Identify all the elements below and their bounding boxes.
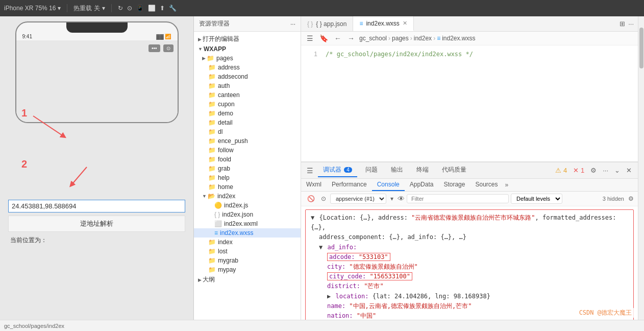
- preview-icon: ⬜: [148, 5, 156, 12]
- collapse-icon[interactable]: ⌄: [612, 166, 622, 175]
- folder-icon: 📁: [208, 73, 216, 80]
- expand-icon[interactable]: ▼: [311, 214, 314, 221]
- eye-icon[interactable]: 👁: [398, 195, 405, 203]
- tab-debugger[interactable]: 调试器 4: [318, 163, 357, 177]
- settings-icon[interactable]: ⚙: [588, 166, 599, 175]
- coord-input[interactable]: [8, 200, 185, 212]
- more-actions-icon[interactable]: ···: [628, 20, 634, 28]
- close-icon[interactable]: ✕: [624, 166, 634, 175]
- console-line-address-component: address_component: {…}, ad_info: {…}, …}: [311, 232, 628, 242]
- tab-wxml[interactable]: Wxml: [301, 179, 327, 191]
- block-icon[interactable]: ⊙: [319, 194, 328, 203]
- sidebar-item-canteen[interactable]: 📁 canteen: [194, 90, 301, 100]
- breadcrumb-ind2ex[interactable]: ind2ex: [414, 35, 432, 42]
- breadcrumb-pages[interactable]: pages: [392, 35, 409, 42]
- current-location-label: 当前位置为：: [8, 236, 185, 245]
- sidebar-item-detail[interactable]: 📁 detail: [194, 118, 301, 127]
- sidebar-item-dl[interactable]: 📁 dl: [194, 127, 301, 136]
- tab-console[interactable]: Console: [372, 179, 405, 191]
- phone-status-bar: 9:41 ▓▓ 📶: [16, 33, 178, 40]
- more-tabs-icon[interactable]: »: [503, 179, 511, 191]
- sidebar-item-mypay[interactable]: 📁 mypay: [194, 265, 301, 274]
- breadcrumb-ind2ex-wxss[interactable]: ind2ex.wxss: [442, 35, 475, 42]
- sidebar-item-auth[interactable]: 📁 auth: [194, 81, 301, 90]
- expand-icon[interactable]: ▼: [319, 244, 323, 251]
- sidebar-item-grab[interactable]: 📁 grab: [194, 164, 301, 173]
- console-line-location-obj: ▶ location: {lat: 24.104286, lng: 98.168…: [311, 292, 628, 301]
- preview-btn[interactable]: ⬜: [148, 5, 156, 12]
- js-file-icon: 🟡: [214, 202, 222, 209]
- chevron-right-icon: ▶: [202, 56, 206, 61]
- sidebar-item-outline[interactable]: ▶ 大纲: [194, 274, 301, 285]
- right-scrollbar[interactable]: [638, 16, 644, 320]
- camera-icon[interactable]: ⊙: [163, 44, 174, 52]
- bookmark-icon[interactable]: 🔖: [318, 34, 330, 43]
- breadcrumb-gc-school[interactable]: gc_school: [359, 35, 387, 42]
- sidebar-item-home[interactable]: 📁 home: [194, 182, 301, 192]
- sidebar-item-help[interactable]: 📁 help: [194, 173, 301, 182]
- compile-btn[interactable]: ↻: [118, 5, 123, 12]
- stop-btn[interactable]: ⊙: [127, 5, 132, 12]
- chevron-down-icon[interactable]: ▾: [58, 5, 61, 12]
- filter-input[interactable]: [407, 194, 509, 203]
- forward-icon[interactable]: →: [346, 34, 356, 43]
- folder-icon: 📁: [208, 257, 216, 264]
- sidebar-item-index[interactable]: 📁 index: [194, 238, 301, 247]
- sidebar-item-mygrab[interactable]: 📁 mygrab: [194, 256, 301, 265]
- sidebar-item-open-editors[interactable]: ▶ 打开的编辑器: [194, 34, 301, 44]
- tab-appdata[interactable]: AppData: [405, 179, 439, 191]
- tab-output[interactable]: 输出: [386, 163, 408, 177]
- console-box: ▼ {Location: {…}, address: "云南省德宏傣族景颇族自治…: [305, 209, 634, 320]
- phone-map-area: ••• ⊙: [16, 40, 178, 122]
- tab-code-quality[interactable]: 代码质量: [437, 163, 472, 177]
- top-toolbar: iPhone XR 75% 16 ▾ 热重载 关 ▾ ↻ ⊙ 📱 ⬜ ⬆ 🔧: [0, 0, 644, 16]
- tab-issues-label: 问题: [365, 166, 378, 173]
- sidebar-item-ind2ex-wxss[interactable]: ≡ ind2ex.wxss: [194, 228, 301, 238]
- sidebar-item-lost[interactable]: 📁 lost: [194, 247, 301, 256]
- tab-wxml-label: Wxml: [306, 181, 321, 188]
- sidebar-item-follow[interactable]: 📁 follow: [194, 146, 301, 155]
- sidebar-item-ind2ex-js[interactable]: 🟡 ind2ex.js: [194, 201, 301, 210]
- tab-performance[interactable]: Performance: [327, 179, 372, 191]
- phone-btn[interactable]: 📱: [136, 5, 144, 12]
- upload-btn[interactable]: ⬆: [160, 5, 165, 12]
- back-icon[interactable]: ←: [333, 34, 343, 43]
- tab-ind2ex-wxss[interactable]: ≡ ind2ex.wxss ✕: [353, 16, 413, 31]
- devtools-sidebar-icon[interactable]: ☰: [305, 166, 315, 175]
- sidebar-item-ind2ex[interactable]: ▼ 📂 ind2ex: [194, 192, 301, 201]
- close-icon[interactable]: ✕: [403, 20, 407, 27]
- expand-icon[interactable]: ▶: [327, 293, 331, 300]
- device-selector[interactable]: iPhone XR 75% 16 ▾: [4, 5, 61, 12]
- context-selector[interactable]: appservice (#1): [330, 194, 386, 204]
- sidebar-item-pages[interactable]: ▶ 📁 pages: [194, 54, 301, 63]
- chevron-down-icon[interactable]: ▾: [102, 5, 105, 12]
- sidebar-toggle-icon[interactable]: ☰: [305, 34, 315, 43]
- hotreload-toggle[interactable]: 热重载 关 ▾: [73, 4, 105, 13]
- context-chevron[interactable]: ▾: [388, 194, 395, 203]
- split-editor-icon[interactable]: ⊞: [620, 20, 625, 28]
- sidebar-item-ind2ex-wxml[interactable]: ⬜ ind2ex.wxml: [194, 219, 301, 228]
- sidebar-item-wxapp[interactable]: ▼ WXAPP: [194, 44, 301, 54]
- level-selector[interactable]: Default levels: [511, 194, 562, 204]
- parse-button[interactable]: 逆地址解析: [8, 216, 185, 232]
- sidebar-item-cupon[interactable]: 📁 cupon: [194, 100, 301, 109]
- dots-icon[interactable]: •••: [148, 44, 160, 52]
- sidebar-item-ence-push[interactable]: 📁 ence_push: [194, 136, 301, 146]
- tab-issues[interactable]: 问题: [360, 163, 383, 177]
- sidebar-item-address[interactable]: 📁 address: [194, 63, 301, 72]
- tab-sources[interactable]: Sources: [470, 179, 503, 191]
- detail-btn[interactable]: 🔧: [169, 5, 177, 12]
- sidebar-item-addsecond[interactable]: 📁 addsecond: [194, 72, 301, 81]
- tab-storage[interactable]: Storage: [438, 179, 470, 191]
- sidebar-item-foold[interactable]: 📁 foold: [194, 155, 301, 164]
- sidebar-item-demo[interactable]: 📁 demo: [194, 109, 301, 118]
- tab-console-label: Console: [377, 181, 400, 188]
- tab-app-json[interactable]: { } { } app.json: [301, 16, 353, 31]
- tab-terminal[interactable]: 终端: [411, 163, 434, 177]
- clear-console-icon[interactable]: 🚫: [305, 194, 317, 203]
- settings-icon[interactable]: ⚙: [628, 195, 634, 202]
- more-icon[interactable]: ···: [290, 20, 295, 28]
- scroll-thumb[interactable]: [639, 28, 643, 68]
- sidebar-item-ind2ex-json[interactable]: { } ind2ex.json: [194, 210, 301, 219]
- close-devtools-icon[interactable]: ···: [601, 166, 610, 175]
